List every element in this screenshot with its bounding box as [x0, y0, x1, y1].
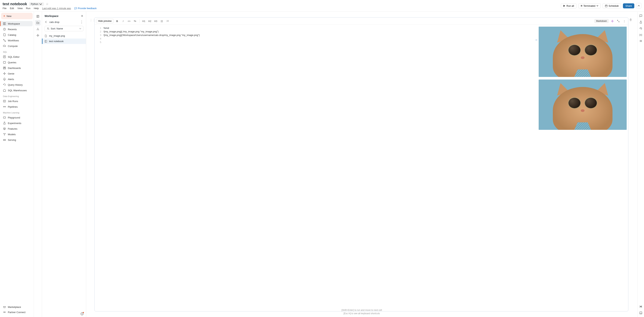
nav-experiments[interactable]: Experiments	[1, 120, 33, 126]
cell-menu-icon[interactable]: ⋮	[622, 19, 627, 23]
hide-preview-button[interactable]: Hide preview	[96, 19, 114, 23]
nav-compute[interactable]: Compute	[1, 43, 33, 49]
nav-workspace[interactable]: Workspace	[0, 21, 33, 26]
nav-partner-connect[interactable]: Partner Connect	[1, 310, 33, 315]
nav-sql-editor[interactable]: SQL Editor	[1, 54, 33, 59]
bell-icon	[3, 78, 6, 81]
language-selector[interactable]: Python	[29, 2, 44, 6]
tab-assistant-icon[interactable]	[35, 32, 41, 38]
runs-icon	[3, 100, 6, 103]
svg-point-4	[3, 39, 4, 40]
sort-dropdown[interactable]: Sort: Name	[44, 26, 83, 31]
nav-serving[interactable]: Serving	[1, 137, 33, 142]
menu-edit[interactable]: Edit	[10, 7, 14, 10]
menu-view[interactable]: View	[17, 7, 22, 10]
menu-file[interactable]: File	[2, 7, 6, 10]
nav-query-history[interactable]: Query History	[1, 82, 33, 87]
bullet-list-button[interactable]	[159, 19, 164, 23]
columns-icon[interactable]	[639, 39, 642, 42]
svg-point-23	[38, 28, 38, 29]
section-ml: Machine Learning	[1, 110, 33, 115]
nav-features[interactable]: Features	[1, 126, 33, 131]
bottom-panel-icon[interactable]	[639, 312, 642, 315]
svg-point-28	[161, 20, 161, 21]
last-edit-link[interactable]: Last edit was 1 minute ago	[42, 7, 71, 10]
code-lines[interactable]: %md ![my_image.png](./my_image.png "my_i…	[104, 26, 535, 310]
store-icon	[3, 306, 6, 309]
flask-icon	[3, 122, 6, 125]
numbered-list-button[interactable]: 12	[165, 19, 170, 23]
nav-playground[interactable]: Playground	[1, 115, 33, 120]
menu-help[interactable]: Help	[34, 7, 39, 10]
variables-icon[interactable]: {x}	[639, 33, 642, 36]
flask-icon[interactable]	[639, 21, 642, 24]
split-handle[interactable]: –	[535, 25, 538, 311]
svg-rect-14	[3, 117, 6, 118]
nav-dashboards[interactable]: Dashboards	[1, 65, 33, 71]
tab-outline-icon[interactable]	[35, 13, 41, 19]
tab-schema-icon[interactable]	[35, 26, 41, 32]
h3-button[interactable]: H3	[153, 19, 158, 23]
cell-drag-handle[interactable]: ⋮⋮	[90, 17, 94, 312]
nav-genie[interactable]: Genie	[1, 71, 33, 76]
nav-alerts[interactable]: Alerts	[1, 76, 33, 82]
code-button[interactable]: <>	[126, 19, 132, 23]
shortcuts-icon[interactable]	[639, 305, 642, 308]
comments-icon[interactable]	[639, 14, 642, 17]
nav-recents[interactable]: Recents	[1, 27, 33, 32]
workspace-panel-title: Workspace	[44, 14, 58, 17]
cell-type-pill[interactable]: Markdown	[594, 19, 609, 23]
left-nav: + New Workspace Recents Catalog Workflow…	[0, 12, 34, 317]
nav-marketplace[interactable]: Marketplace	[1, 304, 33, 310]
expand-icon[interactable]	[616, 19, 621, 23]
nav-queries[interactable]: Queries	[1, 60, 33, 65]
nav-models[interactable]: Models	[1, 132, 33, 137]
collapse-header-button[interactable]	[636, 3, 642, 8]
menu-run[interactable]: Run	[26, 7, 30, 10]
delete-cell-icon[interactable]	[629, 18, 632, 21]
h1-button[interactable]: H1	[141, 19, 146, 23]
assistant-sparkle-icon[interactable]	[610, 19, 615, 23]
notebook-cell: Hide preview B I <> H1 H2 H3 12 Markdown…	[94, 17, 628, 312]
svg-rect-18	[3, 139, 6, 140]
nav-catalog[interactable]: Catalog	[1, 32, 33, 37]
svg-point-21	[5, 312, 6, 313]
feedback-link[interactable]: Provide feedback	[74, 7, 96, 10]
dashboard-icon	[3, 66, 6, 69]
nav-job-runs[interactable]: Job Runs	[1, 98, 33, 104]
code-editor[interactable]: 1 2 3 4 5 %md ![my_image.png](./my_image…	[94, 25, 535, 311]
section-sql: SQL	[1, 49, 33, 54]
recent-activity-icon[interactable]	[80, 312, 84, 316]
compute-status-button[interactable]: Terminated	[578, 3, 601, 8]
italic-button[interactable]: I	[121, 19, 126, 23]
notebook-title[interactable]: test notebook	[2, 2, 27, 6]
run-all-button[interactable]: Run all	[561, 3, 576, 8]
link-button[interactable]	[132, 19, 138, 23]
chevron-down-icon	[79, 27, 81, 30]
close-icon[interactable]: ✕	[81, 14, 83, 18]
file-item-notebook[interactable]: test notebook	[42, 38, 86, 44]
h2-button[interactable]: H2	[147, 19, 152, 23]
file-item-image[interactable]: my_image.png	[42, 33, 86, 38]
layers-icon	[3, 127, 6, 130]
preview-image-1	[539, 27, 627, 77]
bold-button[interactable]: B	[115, 19, 120, 23]
nav-workflows[interactable]: Workflows	[1, 38, 33, 43]
new-button[interactable]: + New	[1, 13, 33, 19]
schedule-button[interactable]: Schedule	[602, 3, 621, 8]
svg-rect-0	[605, 5, 607, 7]
folder-path[interactable]: cats drop	[50, 21, 78, 23]
nav-sql-warehouses[interactable]: SQL Warehouses	[1, 88, 33, 93]
model-icon	[3, 133, 6, 136]
back-arrow-icon[interactable]	[44, 20, 48, 23]
svg-rect-6	[3, 56, 6, 58]
preview-image-2	[539, 79, 627, 130]
favorite-star-icon[interactable]: ☆	[46, 2, 48, 6]
svg-point-20	[4, 312, 4, 313]
kebab-menu-icon[interactable]: ⋮	[80, 20, 83, 24]
svg-rect-33	[640, 312, 642, 314]
revision-history-icon[interactable]	[639, 27, 642, 30]
share-button[interactable]: Share	[623, 3, 634, 8]
nav-pipelines[interactable]: Pipelines	[1, 104, 33, 109]
tab-folder-icon[interactable]	[35, 20, 41, 25]
